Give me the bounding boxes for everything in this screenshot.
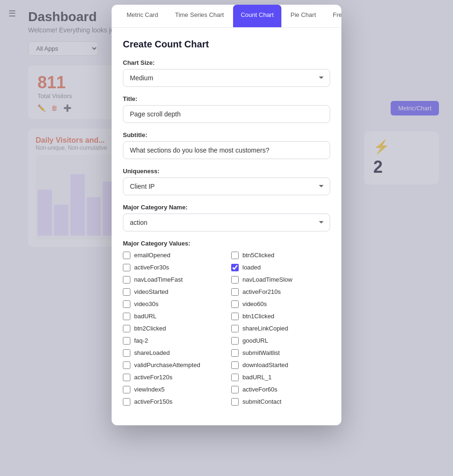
tab-pie-chart[interactable]: Pie Chart (283, 5, 324, 27)
checkbox-shareLoaded[interactable] (123, 349, 130, 357)
checkbox-viewIndex5[interactable] (123, 386, 130, 393)
checkbox-video60s[interactable] (231, 300, 239, 308)
checkbox-label-shareLoaded: shareLoaded (134, 349, 170, 356)
title-label: Title: (123, 95, 330, 102)
checkbox-label-validPurchaseAttempted: validPurchaseAttempted (134, 361, 200, 369)
checkbox-item-btn5Clicked[interactable]: btn5Clicked (231, 252, 330, 259)
checkbox-item-viewIndex5[interactable]: viewIndex5 (123, 386, 222, 393)
checkbox-video30s[interactable] (123, 300, 130, 308)
chart-size-group: Chart Size: Medium Small Large (123, 59, 330, 87)
checkbox-navLoadTimeFast[interactable] (123, 276, 130, 284)
checkbox-faq-2[interactable] (123, 337, 130, 345)
checkbox-item-downloadStarted[interactable]: downloadStarted (231, 361, 330, 369)
chart-size-select[interactable]: Medium Small Large (123, 69, 330, 87)
modal-heading: Create Count Chart (123, 39, 330, 50)
checkbox-submitContact[interactable] (231, 398, 239, 406)
checkbox-label-activeFor150s: activeFor150s (134, 398, 173, 405)
tab-frequency-chart[interactable]: Frequency Chart (325, 5, 341, 27)
checkbox-activeFor60s[interactable] (231, 386, 239, 393)
checkbox-goodURL[interactable] (231, 337, 239, 345)
checkbox-label-badURL: badURL (134, 313, 157, 320)
checkbox-btn5Clicked[interactable] (231, 252, 239, 259)
checkbox-label-goodURL: goodURL (242, 337, 268, 344)
checkbox-label-btn5Clicked: btn5Clicked (242, 252, 274, 259)
checkbox-label-submitWaitlist: submitWaitlist (242, 349, 280, 356)
tab-metric-card[interactable]: Metric Card (119, 5, 166, 27)
checkbox-item-shareLoaded[interactable]: shareLoaded (123, 349, 222, 357)
checkbox-emailOpened[interactable] (123, 252, 130, 259)
major-category-name-label: Major Category Name: (123, 204, 330, 211)
checkbox-navLoadTimeSlow[interactable] (231, 276, 239, 284)
tab-count-chart[interactable]: Count Chart (233, 5, 281, 27)
major-category-name-select[interactable]: action category label (123, 214, 330, 231)
checkbox-videoStarted[interactable] (123, 288, 130, 296)
checkbox-item-faq-2[interactable]: faq-2 (123, 337, 222, 345)
checkbox-activeFor150s[interactable] (123, 398, 130, 406)
checkbox-badURL_1[interactable] (231, 374, 239, 381)
checkbox-item-btn2Clicked[interactable]: btn2Clicked (123, 325, 222, 332)
checkbox-label-navLoadTimeSlow: navLoadTimeSlow (242, 276, 292, 283)
checkbox-item-activeFor30s[interactable]: activeFor30s (123, 264, 222, 271)
modal-body: Create Count Chart Chart Size: Medium Sm… (112, 28, 341, 425)
subtitle-group: Subtitle: (123, 131, 330, 159)
checkbox-item-navLoadTimeSlow[interactable]: navLoadTimeSlow (231, 276, 330, 284)
uniqueness-select[interactable]: Client IP Session User (123, 177, 330, 195)
checkbox-label-downloadStarted: downloadStarted (242, 361, 288, 369)
checkbox-item-activeFor210s[interactable]: activeFor210s (231, 288, 330, 296)
checkbox-submitWaitlist[interactable] (231, 349, 239, 357)
checkbox-item-shareLinkCopied[interactable]: shareLinkCopied (231, 325, 330, 332)
checkbox-label-video60s: video60s (242, 300, 267, 307)
modal-tabs: Metric CardTime Series ChartCount ChartP… (112, 5, 341, 28)
checkbox-label-btn2Clicked: btn2Clicked (134, 325, 166, 332)
checkbox-activeFor210s[interactable] (231, 288, 239, 296)
uniqueness-label: Uniqueness: (123, 168, 330, 175)
checkbox-label-emailOpened: emailOpened (134, 252, 170, 259)
checkbox-item-badURL[interactable]: badURL (123, 313, 222, 320)
checkbox-label-shareLinkCopied: shareLinkCopied (242, 325, 288, 332)
checkbox-item-video60s[interactable]: video60s (231, 300, 330, 308)
checkbox-label-submitContact: submitContact (242, 398, 281, 405)
chart-size-label: Chart Size: (123, 59, 330, 66)
checkbox-activeFor30s[interactable] (123, 264, 130, 271)
checkbox-item-videoStarted[interactable]: videoStarted (123, 288, 222, 296)
checkbox-item-video30s[interactable]: video30s (123, 300, 222, 308)
checkbox-btn2Clicked[interactable] (123, 325, 130, 332)
checkbox-item-submitContact[interactable]: submitContact (231, 398, 330, 406)
subtitle-input[interactable] (123, 141, 330, 159)
checkbox-badURL[interactable] (123, 313, 130, 320)
checkbox-item-badURL_1[interactable]: badURL_1 (231, 374, 330, 381)
checkbox-item-navLoadTimeFast[interactable]: navLoadTimeFast (123, 276, 222, 284)
major-category-values-group: Major Category Values: emailOpenedbtn5Cl… (123, 240, 330, 406)
checkbox-label-faq-2: faq-2 (134, 337, 148, 344)
checkbox-downloadStarted[interactable] (231, 361, 239, 369)
checkbox-item-activeFor120s[interactable]: activeFor120s (123, 374, 222, 381)
checkbox-validPurchaseAttempted[interactable] (123, 361, 130, 369)
checkbox-btn1Clicked[interactable] (231, 313, 239, 320)
checkbox-item-activeFor150s[interactable]: activeFor150s (123, 398, 222, 406)
checkbox-label-btn1Clicked: btn1Clicked (242, 313, 274, 320)
checkbox-label-navLoadTimeFast: navLoadTimeFast (134, 276, 183, 283)
checkbox-item-submitWaitlist[interactable]: submitWaitlist (231, 349, 330, 357)
tab-time-series-chart[interactable]: Time Series Chart (167, 5, 231, 27)
checkbox-label-activeFor120s: activeFor120s (134, 374, 173, 381)
checkbox-activeFor120s[interactable] (123, 374, 130, 381)
checkbox-loaded[interactable] (231, 264, 239, 271)
checkbox-label-video30s: video30s (134, 300, 159, 307)
checkbox-item-btn1Clicked[interactable]: btn1Clicked (231, 313, 330, 320)
checkbox-item-emailOpened[interactable]: emailOpened (123, 252, 222, 259)
major-category-values-label: Major Category Values: (123, 240, 330, 247)
uniqueness-group: Uniqueness: Client IP Session User (123, 168, 330, 195)
title-input[interactable] (123, 105, 330, 123)
checkbox-item-goodURL[interactable]: goodURL (231, 337, 330, 345)
modal: Metric CardTime Series ChartCount ChartP… (112, 5, 341, 425)
checkbox-label-activeFor210s: activeFor210s (242, 288, 281, 295)
checkbox-label-loaded: loaded (242, 264, 261, 271)
checkbox-label-viewIndex5: viewIndex5 (134, 386, 165, 393)
checkbox-shareLinkCopied[interactable] (231, 325, 239, 332)
checkbox-item-activeFor60s[interactable]: activeFor60s (231, 386, 330, 393)
checkbox-item-validPurchaseAttempted[interactable]: validPurchaseAttempted (123, 361, 222, 369)
subtitle-label: Subtitle: (123, 131, 330, 138)
checkbox-item-loaded[interactable]: loaded (231, 264, 330, 271)
major-category-name-group: Major Category Name: action category lab… (123, 204, 330, 231)
checkboxes-grid: emailOpenedbtn5ClickedactiveFor30sloaded… (123, 252, 330, 406)
